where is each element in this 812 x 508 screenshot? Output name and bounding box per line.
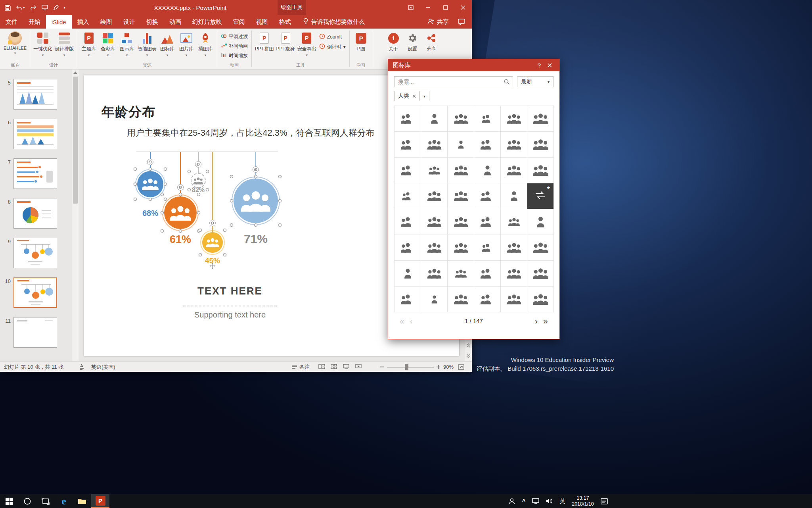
maximize-button[interactable] [437, 0, 454, 15]
countdown-button[interactable]: 倒计时▾ [319, 43, 346, 50]
icon-cell[interactable]: ★ [501, 183, 527, 209]
thumbnail-preview[interactable] [13, 317, 57, 348]
icon-cell[interactable]: ★ [395, 287, 421, 312]
slide-thumbnail-5[interactable]: 5 [0, 79, 79, 119]
selection-handle[interactable] [134, 198, 137, 201]
icon-cell[interactable]: ★ [421, 235, 448, 261]
icon-cell[interactable]: ★ [501, 209, 527, 235]
icon-cell[interactable]: ★ [474, 287, 501, 312]
icon-cell[interactable]: ★ [474, 132, 501, 158]
ornament-circle-68[interactable] [137, 171, 163, 197]
selection-handle[interactable] [278, 199, 282, 202]
icon-cell[interactable]: ★ [474, 235, 501, 261]
comments-button[interactable] [458, 15, 465, 29]
tab-review[interactable]: 审阅 [228, 15, 251, 29]
thumbnail-preview[interactable] [13, 79, 57, 110]
icon-cell[interactable]: ★ [501, 261, 527, 287]
icon-cell[interactable]: ★ [421, 132, 448, 158]
icon-cell[interactable]: ★ [527, 132, 554, 158]
slideshow-view-icon[interactable] [355, 364, 362, 371]
remove-filter-icon[interactable] [412, 94, 416, 98]
fit-to-window-icon[interactable] [458, 362, 464, 372]
tell-me-box[interactable]: 告诉我你想要做什么 [303, 15, 365, 29]
icon-cell[interactable]: ★ [527, 235, 554, 261]
icon-cell[interactable]: ★ [448, 183, 474, 209]
icon-cell[interactable]: ★ [421, 287, 448, 312]
rotate-handle[interactable] [195, 161, 201, 167]
selection-handle[interactable] [161, 229, 164, 233]
selection-handle[interactable] [134, 183, 137, 186]
diagram-library-button[interactable]: 图示库 ▾ [117, 30, 136, 57]
clock[interactable]: 13:17 2018/1/10 [572, 495, 594, 507]
minimize-button[interactable] [419, 0, 437, 15]
selection-handle[interactable] [206, 170, 209, 173]
tab-islide[interactable]: iSlide [46, 15, 72, 29]
first-page-button[interactable]: « [400, 317, 404, 325]
icon-cell[interactable]: ★ [474, 106, 501, 132]
network-icon[interactable] [532, 498, 539, 504]
close-button[interactable] [454, 0, 472, 15]
icon-cell[interactable]: ★ [448, 209, 474, 235]
icon-cell[interactable]: ★ [395, 183, 421, 209]
icon-cell[interactable]: ★ [527, 183, 554, 209]
slide-thumbnail-8[interactable]: 8 [0, 198, 79, 238]
undo-icon[interactable]: ▾ [16, 5, 25, 10]
icon-cell[interactable]: ★ [527, 209, 554, 235]
normal-view-icon[interactable] [318, 364, 325, 371]
last-page-button[interactable]: » [543, 317, 548, 325]
icon-cell[interactable]: ★ [448, 261, 474, 287]
icon-cell[interactable]: ★ [501, 106, 527, 132]
icon-cell[interactable]: ★ [448, 287, 474, 312]
illustration-library-button[interactable]: 插图库 ▾ [196, 30, 215, 57]
thumbnail-preview-selected[interactable] [13, 277, 57, 308]
cortana-button[interactable] [18, 494, 36, 508]
save-icon[interactable] [5, 5, 11, 11]
selection-handle[interactable] [197, 229, 200, 233]
icon-cell[interactable]: ★ [474, 209, 501, 235]
language-indicator[interactable]: 英语(美国) [91, 362, 115, 372]
icon-cell[interactable]: ★ [474, 261, 501, 287]
selection-handle[interactable] [179, 229, 182, 233]
icon-cell[interactable]: ★ [395, 209, 421, 235]
icon-cell[interactable]: ★ [421, 261, 448, 287]
start-slideshow-icon[interactable] [42, 5, 48, 10]
ornament-circle-45[interactable] [202, 232, 223, 253]
selection-handle[interactable] [199, 229, 202, 232]
input-language-indicator[interactable]: 英 [559, 498, 565, 505]
icon-cell[interactable]: ★ [527, 261, 554, 287]
thumbnail-preview[interactable] [13, 238, 57, 268]
icon-cell[interactable]: ★ [527, 106, 554, 132]
share-islide-button[interactable]: 分享 [422, 30, 441, 52]
one-key-optimize-button[interactable]: 一键优化 ▾ [32, 30, 54, 57]
rotate-handle[interactable] [209, 220, 216, 226]
tab-view[interactable]: 视图 [251, 15, 274, 29]
icon-cell[interactable]: ★ [421, 209, 448, 235]
tab-slideshow[interactable]: 幻灯片放映 [187, 15, 228, 29]
p-circle-button[interactable]: P P圈 [352, 30, 371, 52]
tab-insert[interactable]: 插入 [72, 15, 95, 29]
zoom-out-button[interactable] [380, 362, 384, 372]
time-scale-button[interactable]: 时间缩放 [221, 52, 248, 59]
icon-cell[interactable]: ★ [448, 132, 474, 158]
action-center-icon[interactable] [601, 498, 608, 504]
notes-button[interactable]: 备注 [291, 362, 310, 372]
icon-cell[interactable]: ★ [421, 106, 448, 132]
slide-thumbnail-9[interactable]: 9 [0, 238, 79, 277]
zoom-in-button[interactable] [436, 362, 440, 372]
thumbnail-preview[interactable] [13, 158, 57, 189]
thumbnail-preview[interactable] [13, 119, 57, 149]
tab-file[interactable]: 文件 [0, 15, 23, 29]
share-button[interactable]: 共享 [427, 15, 449, 29]
selection-handle[interactable] [223, 229, 226, 232]
volume-icon[interactable] [546, 498, 553, 504]
selection-handle[interactable] [254, 223, 257, 227]
rotate-handle[interactable] [177, 184, 184, 190]
scrollbar-thumb[interactable] [73, 77, 78, 204]
selection-handle[interactable] [161, 193, 164, 196]
zoomit-button[interactable]: ZoomIt [319, 33, 346, 40]
ornament-circle-82[interactable] [191, 173, 206, 188]
selection-handle[interactable] [164, 183, 167, 186]
safe-export-button[interactable]: P 安全导出 ▾ [296, 30, 318, 57]
theme-library-button[interactable]: P 主题库 ▾ [79, 30, 98, 57]
placeholder-supporting-text[interactable]: Supporting text here [151, 310, 309, 319]
